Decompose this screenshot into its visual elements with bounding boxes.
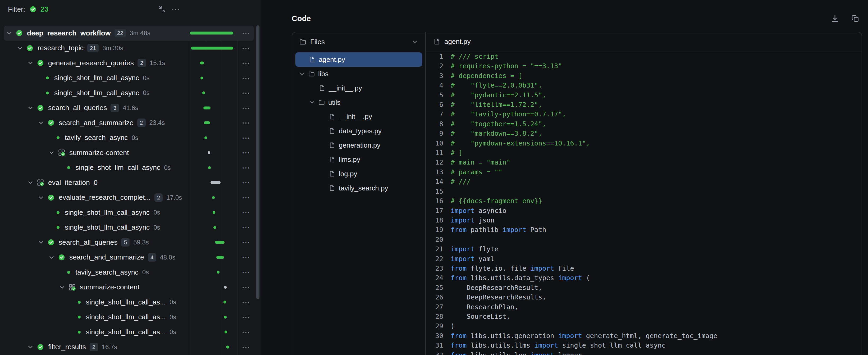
row-menu-button[interactable]: ⋯ xyxy=(238,328,254,336)
line-number: 3 xyxy=(426,71,443,81)
folder-row[interactable]: libs xyxy=(296,67,422,81)
chevron-down-icon[interactable] xyxy=(58,283,66,291)
node-label: search_and_summarize xyxy=(59,119,133,127)
tree-options-icon[interactable]: ⋯ xyxy=(172,5,180,13)
tree-row[interactable]: single_shot_llm_call_async0s⋯ xyxy=(4,71,254,86)
group-node-icon xyxy=(36,179,44,186)
tree-row[interactable]: summarize-content⋯ xyxy=(4,280,254,295)
duration-label: 0s xyxy=(169,298,176,306)
collapse-nodes-icon[interactable] xyxy=(158,5,166,13)
code-line: 17import asyncio xyxy=(426,206,862,215)
chevron-down-icon[interactable] xyxy=(37,238,45,246)
status-dot-icon xyxy=(57,226,60,229)
chevron-down-icon[interactable] xyxy=(299,70,306,77)
line-code: import json xyxy=(451,215,495,225)
chevron-down-icon[interactable] xyxy=(5,29,13,37)
row-menu-button[interactable]: ⋯ xyxy=(238,194,254,202)
row-menu-button[interactable]: ⋯ xyxy=(238,298,254,306)
tree-row[interactable]: eval_iteration_0⋯ xyxy=(4,175,254,190)
tree-row-main: deep_research_workflow223m 48s xyxy=(4,29,190,37)
row-menu-button[interactable]: ⋯ xyxy=(238,313,254,321)
tree-row-main: research_topic213m 30s xyxy=(4,44,190,52)
row-menu-button[interactable]: ⋯ xyxy=(238,148,254,157)
tree-row[interactable]: deep_research_workflow223m 48s⋯ xyxy=(4,26,254,41)
tree-row[interactable]: search_all_queries559.3s⋯ xyxy=(4,235,254,250)
tree-row[interactable]: single_shot_llm_call_async0s⋯ xyxy=(4,220,254,235)
row-menu-button[interactable]: ⋯ xyxy=(238,74,254,82)
row-menu-button[interactable]: ⋯ xyxy=(238,89,254,97)
tree-row[interactable]: generate_research_queries215.1s⋯ xyxy=(4,56,254,71)
tree-row[interactable]: evaluate_research_complet...217.0s⋯ xyxy=(4,190,254,205)
row-menu-button[interactable]: ⋯ xyxy=(238,178,254,187)
tree-row[interactable]: single_shot_llm_call_as...0s⋯ xyxy=(4,325,254,339)
copy-icon[interactable] xyxy=(851,14,860,23)
row-menu-button[interactable]: ⋯ xyxy=(238,208,254,217)
chevron-down-icon[interactable] xyxy=(411,38,418,45)
file-row[interactable]: generation.py xyxy=(296,138,422,152)
tree-row[interactable]: tavily_search_async0s⋯ xyxy=(4,265,254,280)
row-menu-button[interactable]: ⋯ xyxy=(238,104,254,112)
chevron-down-icon[interactable] xyxy=(48,149,56,157)
chevron-down-icon[interactable] xyxy=(37,194,45,202)
chevron-down-icon[interactable] xyxy=(16,44,24,52)
file-row[interactable]: __init__.py xyxy=(296,110,422,124)
file-row[interactable]: llms.py xyxy=(296,152,422,167)
timeline-cell xyxy=(190,280,238,295)
row-menu-button[interactable]: ⋯ xyxy=(238,164,254,172)
code-content[interactable]: 1# /// script2# requires-python = "==3.1… xyxy=(426,51,862,355)
timeline-bar xyxy=(191,47,233,50)
row-menu-button[interactable]: ⋯ xyxy=(238,223,254,232)
download-icon[interactable] xyxy=(831,14,839,23)
tree-row[interactable]: search_all_queries341.6s⋯ xyxy=(4,100,254,116)
chevron-down-icon[interactable] xyxy=(309,99,315,106)
chevron-down-icon[interactable] xyxy=(48,254,56,261)
tree-row[interactable]: tavily_search_async0s⋯ xyxy=(4,130,254,146)
node-label: single_shot_llm_call_async xyxy=(54,89,139,97)
tree-row[interactable]: research_topic213m 30s⋯ xyxy=(4,41,254,56)
row-menu-button[interactable]: ⋯ xyxy=(238,238,254,246)
run-tree[interactable]: deep_research_workflow223m 48s⋯research_… xyxy=(0,17,261,355)
tree-row[interactable]: single_shot_llm_call_async0s⋯ xyxy=(4,160,254,175)
code-line: 28 SourceList, xyxy=(426,312,862,321)
row-menu-button[interactable]: ⋯ xyxy=(238,253,254,262)
chevron-down-icon[interactable] xyxy=(37,119,45,127)
row-menu-button[interactable]: ⋯ xyxy=(238,29,254,37)
row-menu-button[interactable]: ⋯ xyxy=(238,59,254,67)
open-file-tab[interactable]: agent.py xyxy=(426,32,862,51)
code-line: 13# params = "" xyxy=(426,168,862,177)
tree-row[interactable]: single_shot_llm_call_async0s⋯ xyxy=(4,85,254,100)
row-menu-button[interactable]: ⋯ xyxy=(238,44,254,52)
tree-scrollbar[interactable] xyxy=(256,25,259,299)
tree-row[interactable]: summarize-content⋯ xyxy=(4,145,254,160)
status-dot-icon xyxy=(57,136,60,139)
code-line: 18import json xyxy=(426,215,862,225)
filter-success-check-icon[interactable] xyxy=(29,5,37,13)
file-row[interactable]: agent.py xyxy=(296,52,422,67)
row-menu-button[interactable]: ⋯ xyxy=(238,343,254,351)
row-menu-button[interactable]: ⋯ xyxy=(238,119,254,127)
chevron-down-icon[interactable] xyxy=(26,104,34,112)
chevron-down-icon[interactable] xyxy=(26,59,34,67)
tree-row[interactable]: single_shot_llm_call_async0s⋯ xyxy=(4,205,254,220)
folder-row[interactable]: utils xyxy=(296,95,422,110)
chevron-down-icon[interactable] xyxy=(26,179,34,186)
file-row[interactable]: data_types.py xyxy=(296,124,422,138)
file-row[interactable]: __init__.py xyxy=(296,81,422,95)
file-row[interactable]: tavily_search.py xyxy=(296,181,422,195)
code-line: 21import flyte xyxy=(426,244,862,254)
tree-row-main: single_shot_llm_call_async0s xyxy=(4,74,190,82)
node-label: summarize-content xyxy=(80,283,140,291)
tree-row[interactable]: single_shot_llm_call_as...0s⋯ xyxy=(4,310,254,325)
chevron-down-icon[interactable] xyxy=(26,343,34,351)
code-line: 14# /// xyxy=(426,177,862,186)
tree-row[interactable]: search_and_summarize223.4s⋯ xyxy=(4,115,254,130)
row-menu-button[interactable]: ⋯ xyxy=(238,134,254,142)
tree-row[interactable]: search_and_summarize448.0s⋯ xyxy=(4,250,254,265)
row-menu-button[interactable]: ⋯ xyxy=(238,283,254,292)
row-menu-button[interactable]: ⋯ xyxy=(238,268,254,276)
line-code: from libs.utils.llms import single_shot_… xyxy=(451,341,666,350)
files-dropdown[interactable]: Files xyxy=(292,32,425,51)
file-row[interactable]: log.py xyxy=(296,167,422,181)
tree-row[interactable]: single_shot_llm_call_as...0s⋯ xyxy=(4,295,254,310)
tree-row[interactable]: filter_results216.7s⋯ xyxy=(4,339,254,355)
